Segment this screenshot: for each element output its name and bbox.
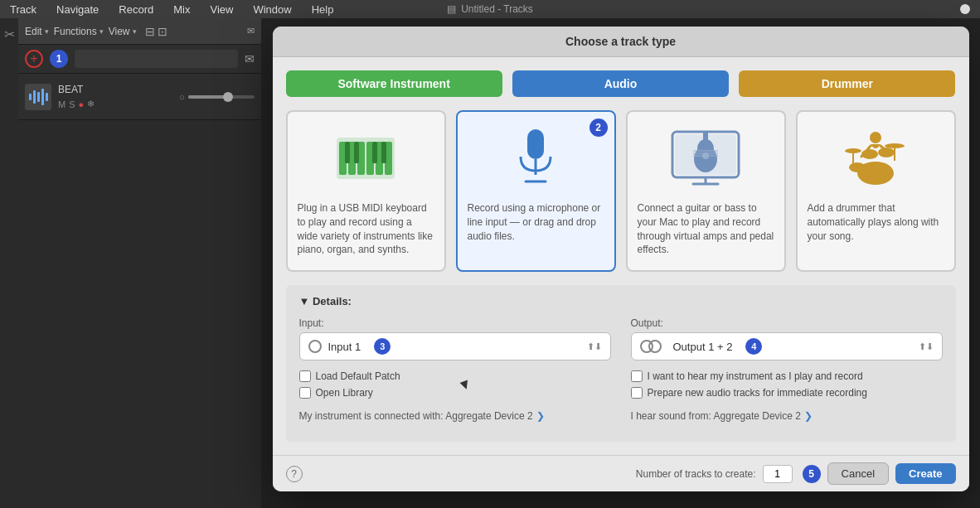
input-select-arrow-icon: ⬆⬇ bbox=[587, 341, 602, 352]
mail-icon[interactable]: ✉ bbox=[245, 52, 255, 65]
mute-icon[interactable]: M bbox=[58, 99, 65, 109]
svg-point-33 bbox=[870, 132, 881, 143]
guitar-card[interactable]: Connect a guitar or bass to your Mac to … bbox=[626, 110, 786, 272]
output-group: Output: Output 1 + 2 4 ⬆⬇ bbox=[631, 317, 943, 360]
svg-rect-10 bbox=[381, 142, 386, 163]
tracks-count-label: Number of tracks to create: bbox=[636, 468, 756, 480]
input-select[interactable]: Input 1 3 ⬆⬇ bbox=[299, 332, 611, 360]
audio-btn[interactable]: Audio bbox=[512, 70, 729, 97]
instrument-connected-info: My instrument is connected with: Aggrega… bbox=[299, 410, 611, 422]
help-button[interactable]: ? bbox=[286, 466, 303, 482]
svg-rect-9 bbox=[372, 142, 377, 163]
svg-point-26 bbox=[849, 162, 866, 172]
guitar-icon-container bbox=[638, 125, 774, 191]
left-checkboxes: Load Default Patch Open Library bbox=[299, 370, 611, 404]
open-library-label: Open Library bbox=[316, 387, 373, 399]
functions-dropdown[interactable]: Functions ▾ bbox=[54, 26, 104, 37]
hear-sound-info: I hear sound from: Aggregate Device 2 ❯ bbox=[631, 410, 943, 422]
track-output-label: ○ bbox=[179, 92, 185, 102]
modal-overlay: Choose a track type Software Instrument … bbox=[261, 18, 980, 508]
drummer-btn[interactable]: Drummer bbox=[739, 70, 955, 97]
checkbox-row: Load Default Patch Open Library I want t… bbox=[299, 370, 943, 404]
layout-icon[interactable]: ⊟ bbox=[145, 25, 155, 38]
svg-rect-8 bbox=[354, 142, 359, 163]
menu-help[interactable]: Help bbox=[308, 3, 337, 16]
load-default-patch-checkbox[interactable] bbox=[299, 370, 311, 382]
drummer-card[interactable]: Add a drummer that automatically plays a… bbox=[796, 110, 956, 272]
hear-instrument-label: I want to hear my instrument as I play a… bbox=[648, 370, 863, 382]
menu-mix[interactable]: Mix bbox=[170, 3, 193, 16]
svg-rect-11 bbox=[527, 129, 544, 159]
mic-svg bbox=[511, 125, 560, 191]
guitar-svg bbox=[668, 128, 743, 190]
record-arm-icon[interactable]: ● bbox=[79, 99, 85, 109]
resize-icon[interactable]: ⊡ bbox=[158, 25, 167, 38]
right-checkboxes: I want to hear my instrument as I play a… bbox=[631, 370, 943, 404]
view-dropdown[interactable]: View ▾ bbox=[109, 26, 137, 37]
menu-window[interactable]: Window bbox=[250, 3, 294, 16]
audio-card[interactable]: 2 Record using a microphone or line i bbox=[456, 110, 616, 272]
menubar: Track Navigate Record Mix View Window He… bbox=[0, 0, 980, 18]
input-label: Input: bbox=[299, 317, 611, 329]
choose-track-modal: Choose a track type Software Instrument … bbox=[273, 27, 969, 491]
prepare-audio-checkbox[interactable] bbox=[631, 387, 643, 399]
open-library-checkbox[interactable] bbox=[299, 387, 311, 399]
tracks-count-input[interactable] bbox=[763, 465, 793, 483]
message-icon[interactable]: ✉ bbox=[247, 26, 255, 36]
track-name: BEAT bbox=[58, 84, 172, 95]
drummer-icon-container bbox=[808, 125, 944, 191]
step1-badge: 1 bbox=[50, 50, 68, 68]
info-left-arrow-icon[interactable]: ❯ bbox=[536, 410, 545, 422]
prepare-audio-label: Prepare new audio tracks for immediate r… bbox=[648, 387, 867, 399]
input-group: Input: Input 1 3 ⬆⬇ bbox=[299, 317, 611, 360]
track-waveform-icon bbox=[25, 84, 51, 110]
output-select[interactable]: Output 1 + 2 4 ⬆⬇ bbox=[631, 332, 943, 360]
details-section: ▼ Details: Input: Input 1 3 ⬆⬇ O bbox=[286, 285, 956, 442]
input-value: Input 1 bbox=[328, 341, 361, 353]
svg-rect-7 bbox=[345, 142, 350, 163]
audio-desc: Record using a microphone or line input … bbox=[468, 201, 604, 243]
modal-title: Choose a track type bbox=[565, 35, 676, 48]
output-label: Output: bbox=[631, 317, 943, 329]
mic-icon-container bbox=[468, 125, 604, 191]
modal-footer: ? Number of tracks to create: 5 Cancel C… bbox=[273, 455, 969, 491]
piano-svg bbox=[332, 129, 399, 187]
track-item[interactable]: BEAT M S ● ❄ ○ bbox=[18, 74, 261, 120]
menu-navigate[interactable]: Navigate bbox=[53, 3, 102, 16]
drummer-desc: Add a drummer that automatically plays a… bbox=[808, 201, 944, 243]
svg-rect-18 bbox=[703, 132, 708, 147]
open-library-item: Open Library bbox=[299, 387, 611, 399]
solo-icon[interactable]: S bbox=[69, 99, 75, 109]
io-row: Input: Input 1 3 ⬆⬇ Output: bbox=[299, 317, 943, 360]
hear-instrument-checkbox[interactable] bbox=[631, 370, 643, 382]
left-panel: ✂ Edit ▾ Functions ▾ View ▾ ⊟ ⊡ ✉ + 1 ✉ bbox=[0, 18, 261, 508]
create-button[interactable]: Create bbox=[895, 463, 955, 484]
software-instrument-btn[interactable]: Software Instrument bbox=[286, 70, 502, 97]
menu-record[interactable]: Record bbox=[115, 3, 157, 16]
edit-dropdown[interactable]: Edit ▾ bbox=[25, 26, 49, 37]
functions-chevron-icon: ▾ bbox=[99, 27, 104, 36]
guitar-desc: Connect a guitar or bass to your Mac to … bbox=[638, 201, 774, 257]
track-volume-slider[interactable] bbox=[188, 95, 255, 99]
software-instrument-card[interactable]: Plug in a USB MIDI keyboard to play and … bbox=[286, 110, 446, 272]
software-instrument-desc: Plug in a USB MIDI keyboard to play and … bbox=[298, 201, 434, 257]
track-type-row: Software Instrument Audio Drummer bbox=[286, 70, 956, 97]
left-toolbar: Edit ▾ Functions ▾ View ▾ ⊟ ⊡ ✉ bbox=[18, 18, 261, 45]
svg-point-30 bbox=[878, 148, 895, 157]
freeze-icon[interactable]: ❄ bbox=[87, 99, 95, 109]
view-chevron-icon: ▾ bbox=[133, 27, 137, 36]
edit-chevron-icon: ▾ bbox=[45, 27, 49, 36]
menu-view[interactable]: View bbox=[206, 3, 236, 16]
audio-card-badge: 2 bbox=[589, 119, 608, 137]
load-default-patch-item: Load Default Patch bbox=[299, 370, 611, 382]
details-toggle[interactable]: ▼ Details: bbox=[299, 295, 943, 307]
info-right-arrow-icon[interactable]: ❯ bbox=[804, 410, 813, 422]
info-row: My instrument is connected with: Aggrega… bbox=[299, 410, 943, 422]
step4-badge: 4 bbox=[745, 338, 762, 355]
output-select-arrow-icon: ⬆⬇ bbox=[919, 341, 934, 352]
drummer-svg bbox=[841, 128, 911, 190]
menu-track[interactable]: Track bbox=[7, 3, 40, 16]
cancel-button[interactable]: Cancel bbox=[827, 462, 889, 485]
add-track-button[interactable]: + bbox=[25, 50, 43, 68]
scissor-icon[interactable]: ✂ bbox=[4, 27, 15, 42]
